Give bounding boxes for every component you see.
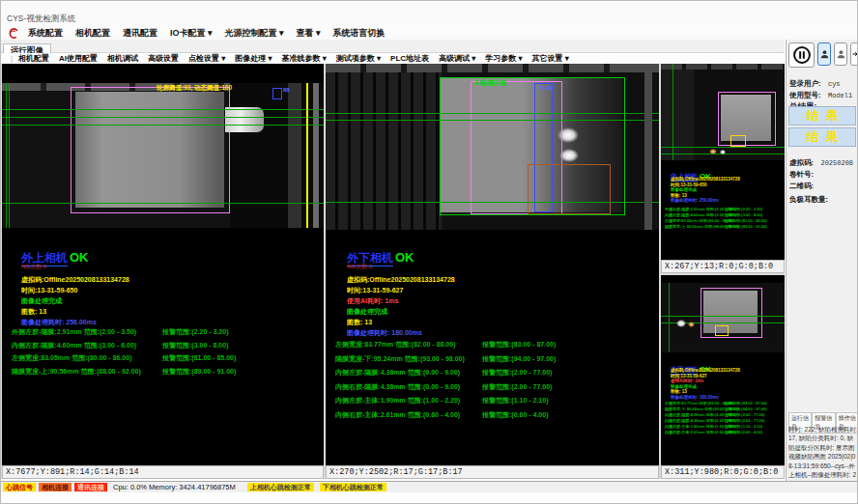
toolbar-item[interactable]: 高级设置 bbox=[148, 53, 179, 64]
camera-image-outer-top[interactable]: 轮廓阈值:93, 动态阈值:100 88 bbox=[2, 83, 324, 228]
status-badge: 通讯连接 bbox=[74, 483, 107, 491]
menu-item[interactable]: 相机配置 bbox=[75, 27, 110, 40]
measurement-value: 左侧宽度:83.05mm 范围:(80.00 - 86.00) bbox=[665, 218, 725, 223]
measurement-row: 内侧左胶-隔膜:4.38mm 范围:(0.00 - 9.00) 报警范围:(2.… bbox=[335, 368, 644, 382]
menu-item[interactable]: 查看 ▾ bbox=[297, 27, 321, 40]
measurement-value: 内侧左胶-隔膜:4.38mm 范围:(0.00 - 9.00) bbox=[665, 412, 725, 417]
camera-panel-outer-bottom: AI检测区域 72.80 外下相机OK NG次数:0 虚拟码:Offline20… bbox=[326, 64, 659, 479]
toolbar-item[interactable]: PLC地址表 bbox=[390, 53, 429, 64]
green-vline bbox=[669, 283, 670, 352]
measurement-value: 内侧左胶-隔膜:4.60mm 范围:(3.00 - 6.00) bbox=[665, 212, 725, 217]
heartbeat-badges: 上相机心跳检测正常下相机心跳检测正常 bbox=[247, 483, 386, 491]
menu-item[interactable]: 系统语言切换 bbox=[333, 27, 386, 40]
camera-image-inner-top[interactable] bbox=[661, 64, 785, 160]
alarm-range: 报警范围:(0.60 - 4.00) bbox=[482, 410, 644, 420]
info-lines: 虚拟码:Offline20250208133134728时间:13-31-59-… bbox=[21, 274, 129, 327]
alarm-range: 报警范围:(0.60 - 4.00) bbox=[725, 430, 783, 434]
yellow-vline bbox=[306, 83, 308, 228]
measurement-row: 内侧右胶-主体:2.61mm 范围:(0.60 - 4.00) 报警范围:(0.… bbox=[665, 430, 783, 435]
info-line: 时间:13-31-59-650 bbox=[21, 285, 129, 295]
baseline-green bbox=[661, 316, 785, 317]
exit-door-icon bbox=[851, 47, 858, 61]
info-line: 图像处理完成 bbox=[347, 306, 455, 317]
machine-edge-strip bbox=[313, 83, 319, 228]
measurement-value: 内侧左胶-隔膜:4.38mm 范围:(0.00 - 9.00) bbox=[335, 368, 482, 378]
measurement-value: 内侧左胶-主体:1.90mm 范围:(1.00 - 2.20) bbox=[665, 424, 725, 429]
alarm-range: 报警范围:(2.00 - 77.00) bbox=[482, 368, 644, 378]
pause-button[interactable] bbox=[788, 42, 815, 68]
measurement-row: 隔膜宽度-上:90.56mm 范围:(88.00 - 92.00) 报警范围:(… bbox=[12, 367, 321, 380]
toolbar-item[interactable]: 高级调试 ▾ bbox=[439, 53, 475, 64]
toolbar-item[interactable]: 相机调试 bbox=[107, 53, 138, 64]
alarm-range: 报警范围:(94.00 - 97.00) bbox=[482, 354, 644, 364]
toolbar-item[interactable]: 其它设置 ▾ bbox=[532, 53, 569, 64]
reflection-glow bbox=[720, 150, 726, 154]
status-badge: 相机连接 bbox=[39, 483, 72, 491]
menu-item[interactable]: 系统配置 bbox=[28, 27, 63, 40]
measurement-list: 左侧宽度:83.77mm 范围:(82.00 - 88.00) 报警范围:(83… bbox=[335, 340, 644, 424]
green-vline bbox=[9, 83, 10, 228]
camera-image-inner-bottom[interactable] bbox=[661, 283, 785, 352]
sidebar-buttons bbox=[788, 42, 858, 68]
measurement-value: 内侧右胶-隔膜:4.38mm 范围:(0.00 - 9.00) bbox=[665, 418, 725, 423]
tab-count-label: 负极耳数量: bbox=[789, 195, 828, 204]
camera-image-outer-bottom[interactable]: AI检测区域 72.80 bbox=[326, 64, 659, 230]
menu-items: 系统配置相机配置通讯配置IO卡配置 ▾光源控制配置 ▾查看 ▾系统语言切换 bbox=[28, 27, 386, 40]
coords-status-bar: X:270;Y:2502;R:17;G:17;B:17 bbox=[326, 465, 659, 479]
pause-icon bbox=[792, 45, 812, 65]
roi-orange-rect bbox=[528, 164, 611, 214]
measurement-row: 内侧左胶-主体:1.90mm 范围:(1.00 - 2.20) 报警范围:(1.… bbox=[335, 396, 644, 410]
menu-item[interactable]: 通讯配置 bbox=[123, 27, 157, 40]
measurement-value: 内侧左胶-主体:1.90mm 范围:(1.00 - 2.20) bbox=[335, 396, 482, 406]
info-line: 使用AI耗时: 1ms bbox=[347, 295, 455, 306]
status-bar: 心跳信号相机连接通讯连接 Cpu: 0.0% Memory: 3424.4179… bbox=[1, 481, 858, 492]
alarm-range: 报警范围:(3.00 - 8.00) bbox=[162, 341, 321, 350]
log-text: 耗时: 222, 缺陷检测耗时: 17, 缺陷分类耗时: 0, 缺陷提取分区耗时… bbox=[788, 425, 858, 489]
toolbar-item[interactable]: 学习参数 ▾ bbox=[485, 53, 522, 64]
tab-count-row: 负极耳数量: bbox=[789, 188, 858, 206]
alarm-range: 报警范围:(81.00 - 85.00) bbox=[725, 218, 783, 223]
measurement-value: 隔膜宽度-下:95.24mm 范围:(93.00 - 98.00) bbox=[335, 354, 482, 364]
result-box-1-text: 结果 bbox=[800, 107, 845, 125]
alarm-range: 报警范围:(2.00 - 77.00) bbox=[725, 418, 783, 423]
toolbar-item[interactable]: 图像处理 ▾ bbox=[235, 53, 272, 64]
menu-bar: 系统配置相机配置通讯配置IO卡配置 ▾光源控制配置 ▾查看 ▾系统语言切换 bbox=[1, 26, 858, 40]
heartbeat-badge: 上相机心跳检测正常 bbox=[247, 483, 314, 491]
result-ok: OK bbox=[70, 250, 89, 265]
alarm-range: 报警范围:(81.00 - 85.00) bbox=[162, 353, 321, 363]
alarm-range: 报警范围:(2.00 - 77.00) bbox=[482, 382, 644, 392]
measurement-value: 左侧宽度:83.77mm 范围:(82.00 - 88.00) bbox=[665, 401, 725, 406]
reflection-glow bbox=[688, 322, 695, 327]
result-box-1: 结果 bbox=[788, 106, 856, 126]
status-badges: 心跳信号相机连接通讯连接 bbox=[3, 483, 107, 491]
info-line: 图数: 13 bbox=[347, 317, 455, 327]
user-login-button[interactable] bbox=[817, 42, 831, 66]
operator-button[interactable] bbox=[834, 42, 847, 66]
measurement-value: 外侧左胶-隔膜:2.91mm 范围:(2.00 - 3.50) bbox=[665, 207, 725, 211]
toolbar-item[interactable]: 测试项参数 ▾ bbox=[336, 53, 381, 64]
user-icon bbox=[819, 47, 830, 61]
alarm-range: 报警范围:(3.00 - 8.00) bbox=[725, 212, 783, 217]
baseline-green bbox=[2, 109, 324, 110]
measurement-value: 隔膜宽度-上:90.56mm 范围:(88.00 - 92.00) bbox=[665, 224, 725, 229]
measurement-value: 内侧右胶-主体:2.61mm 范围:(0.60 - 4.00) bbox=[335, 410, 482, 420]
result-box-2: 结果 bbox=[788, 127, 856, 147]
alarm-range: 报警范围:(94.00 - 97.00) bbox=[725, 406, 783, 411]
toolbar-item[interactable]: AI使用配置 bbox=[59, 53, 98, 64]
toolbar-item[interactable]: 点检设置 ▾ bbox=[188, 53, 225, 64]
user-dark-icon bbox=[836, 47, 846, 61]
alarm-range: 报警范围:(89.00 - 91.00) bbox=[162, 367, 321, 377]
menu-item[interactable]: IO卡配置 ▾ bbox=[170, 27, 213, 40]
menu-item[interactable]: 光源控制配置 ▾ bbox=[225, 27, 284, 40]
measurement-value: 内侧右胶-主体:2.61mm 范围:(0.60 - 4.00) bbox=[665, 430, 725, 434]
ng-count: NG次数:0 bbox=[21, 263, 46, 271]
alarm-range: 报警范围:(2.20 - 3.20) bbox=[162, 327, 321, 337]
title-bar: CYS-视觉检测系统 bbox=[1, 1, 858, 26]
ai-region-label: AI检测区域 bbox=[474, 79, 506, 88]
measurement-list: 外侧左胶-隔膜:2.91mm 范围:(2.00 - 3.50) 报警范围:(2.… bbox=[12, 327, 321, 379]
exit-button[interactable] bbox=[850, 42, 858, 66]
toolbar-item[interactable]: 相机配置 bbox=[18, 53, 49, 64]
toolbar-item[interactable]: 基准线参数 ▾ bbox=[282, 53, 327, 64]
alarm-range: 报警范围:(1.10 - 2.10) bbox=[725, 424, 783, 429]
measurement-row: 外侧左胶-隔膜:2.91mm 范围:(2.00 - 3.50) 报警范围:(2.… bbox=[12, 327, 321, 341]
